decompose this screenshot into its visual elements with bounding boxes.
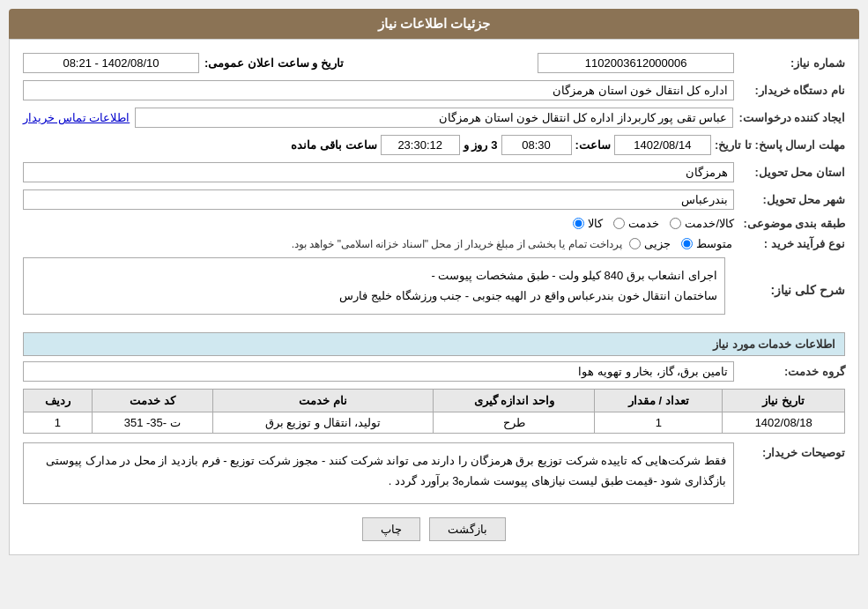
cell-qty: 1 <box>595 412 723 433</box>
col-header-code: کد خدمت <box>92 389 212 412</box>
buyer-notes-box: فقط شرکت‌هایی که تاییده شرکت توزیع برق ه… <box>23 442 734 504</box>
announcement-value: 1402/08/10 - 08:21 <box>23 53 199 73</box>
col-header-unit: واحد اندازه گیری <box>434 389 595 412</box>
category-option-khedmat[interactable]: خدمت <box>613 217 659 230</box>
main-container: شماره نیاز: 1102003612000006 تاریخ و ساع… <box>9 39 859 555</box>
province-label: استان محل تحویل: <box>739 166 845 179</box>
days-value: 3 <box>491 138 497 152</box>
process-note: پرداخت تمام یا بخشی از مبلغ خریدار از مح… <box>292 238 622 250</box>
category-radio-group: کالا/خدمت خدمت کالا <box>573 217 734 230</box>
cell-name: تولید، انتقال و توزیع برق <box>212 412 434 433</box>
col-header-date: تاریخ نیاز <box>723 389 845 412</box>
cell-code: ت -35- 351 <box>92 412 212 433</box>
buyer-org-value: اداره کل انتقال خون استان هرمزگان <box>23 80 734 100</box>
buyer-org-label: نام دستگاه خریدار: <box>739 84 845 97</box>
page-wrapper: جزئیات اطلاعات نیاز شماره نیاز: 11020036… <box>0 0 868 609</box>
buyer-notes-label: توصیحات خریدار: <box>739 442 845 459</box>
process-motavasset-label: متوسط <box>696 237 732 250</box>
time-label: ساعت: <box>575 138 611 152</box>
city-label: شهر محل تحویل: <box>739 193 845 206</box>
city-row: شهر محل تحویل: بندرعباس <box>23 189 845 210</box>
process-radio-group: متوسط جزیی <box>629 237 732 250</box>
process-option-jozi[interactable]: جزیی <box>629 237 671 250</box>
process-type-label: نوع فرآیند خرید : <box>739 237 845 250</box>
process-type-row: نوع فرآیند خرید : متوسط جزیی پرداخت تمام… <box>23 237 845 250</box>
need-number-row: شماره نیاز: 1102003612000006 تاریخ و ساع… <box>23 53 845 73</box>
process-option-motavasset[interactable]: متوسط <box>681 237 732 250</box>
process-motavasset-radio[interactable] <box>681 238 693 249</box>
category-kala-label: کالا <box>588 217 603 230</box>
send-date-row: مهلت ارسال پاسخ: تا تاریخ: 1402/08/14 سا… <box>23 135 845 155</box>
category-option-kala[interactable]: کالا <box>573 217 603 230</box>
province-row: استان محل تحویل: هرمزگان <box>23 162 845 182</box>
description-label: شرح کلی نیاز: <box>731 283 845 297</box>
need-number-label: شماره نیاز: <box>739 56 845 70</box>
service-group-label: گروه خدمت: <box>739 365 845 378</box>
service-group-row: گروه خدمت: تامین برق، گاز، بخار و تهویه … <box>23 361 845 382</box>
category-kala-khedmat-radio[interactable] <box>670 218 681 229</box>
table-row: 1402/08/18 1 طرح تولید، انتقال و توزیع ب… <box>24 412 845 433</box>
table-header-row: تاریخ نیاز تعداد / مقدار واحد اندازه گیر… <box>24 389 845 412</box>
remaining-label: ساعت باقی مانده <box>291 138 376 152</box>
contact-info-link[interactable]: اطلاعات تماس خریدار <box>23 111 130 124</box>
buyer-org-row: نام دستگاه خریدار: اداره کل انتقال خون ا… <box>23 80 845 100</box>
need-number-value: 1102003612000006 <box>538 53 734 73</box>
services-section-header: اطلاعات خدمات مورد نیاز <box>23 332 845 356</box>
category-row: طبقه بندی موضوعی: کالا/خدمت خدمت کالا <box>23 217 845 230</box>
category-khedmat-radio[interactable] <box>613 218 625 229</box>
date-value: 1402/08/14 <box>614 135 711 155</box>
creator-label: ایجاد کننده درخواست: <box>738 111 845 124</box>
cell-date: 1402/08/18 <box>723 412 845 433</box>
description-line2: ساختمان انتقال خون بندرعباس واقع در الهی… <box>31 286 717 306</box>
services-table: تاریخ نیاز تعداد / مقدار واحد اندازه گیر… <box>23 389 845 434</box>
buttons-row: بازگشت چاپ <box>23 517 845 541</box>
category-khedmat-label: خدمت <box>628 217 659 230</box>
service-group-value: تامین برق، گاز، بخار و تهویه هوا <box>23 361 734 382</box>
send-date-label: مهلت ارسال پاسخ: تا تاریخ: <box>715 138 845 152</box>
process-jozi-radio[interactable] <box>629 238 641 249</box>
creator-value: عباس تقی پور کاربرداز اداره کل انتقال خو… <box>135 108 733 128</box>
category-kala-khedmat-label: کالا/خدمت <box>685 217 734 230</box>
province-value: هرمزگان <box>23 162 734 182</box>
col-header-rownum: ردیف <box>24 389 93 412</box>
description-line1: اجرای انشعاب برق 840 کیلو ولت - طبق مشخص… <box>31 265 717 286</box>
process-jozi-label: جزیی <box>644 237 671 250</box>
print-button[interactable]: چاپ <box>362 517 420 541</box>
creator-row: ایجاد کننده درخواست: عباس تقی پور کاربرد… <box>23 108 845 128</box>
category-label: طبقه بندی موضوعی: <box>739 217 845 230</box>
cell-rownum: 1 <box>24 412 93 433</box>
days-label: روز و <box>464 138 488 152</box>
page-title: جزئیات اطلاعات نیاز <box>9 9 859 39</box>
announcement-label: تاریخ و ساعت اعلان عمومی: <box>204 56 344 70</box>
category-kala-radio[interactable] <box>573 218 584 229</box>
description-section-header: شرح کلی نیاز: اجرای انشعاب برق 840 کیلو … <box>23 257 845 323</box>
cell-unit: طرح <box>434 412 595 433</box>
back-button[interactable]: بازگشت <box>429 517 506 541</box>
description-box: اجرای انشعاب برق 840 کیلو ولت - طبق مشخص… <box>23 257 725 315</box>
col-header-name: نام خدمت <box>212 389 434 412</box>
city-value: بندرعباس <box>23 189 734 210</box>
col-header-qty: تعداد / مقدار <box>595 389 723 412</box>
time-value: 08:30 <box>501 135 572 155</box>
remaining-time: 23:30:12 <box>381 135 460 155</box>
buyer-notes-row: توصیحات خریدار: فقط شرکت‌هایی که تاییده … <box>23 442 845 504</box>
category-option-kala-khedmat[interactable]: کالا/خدمت <box>670 217 734 230</box>
